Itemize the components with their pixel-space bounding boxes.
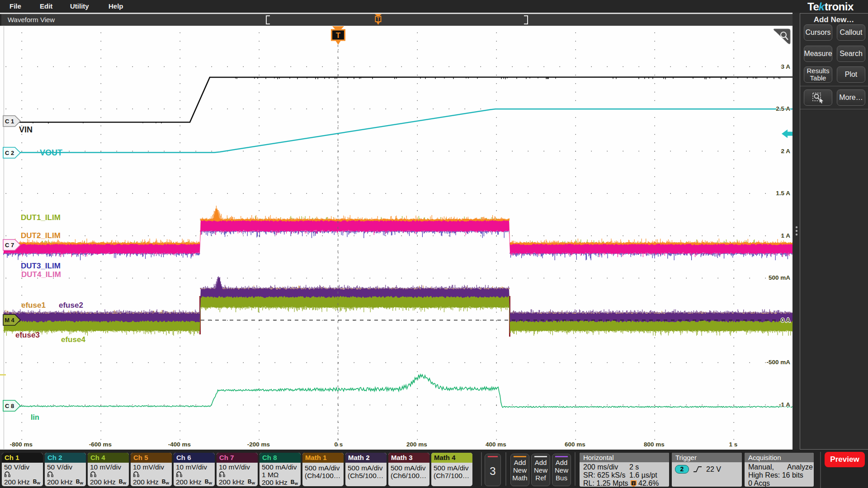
svg-text:efuse2: efuse2: [59, 301, 83, 310]
svg-text:500 mA: 500 mA: [769, 274, 790, 281]
svg-text:2 A: 2 A: [781, 148, 790, 155]
svg-text:C 8: C 8: [5, 403, 14, 409]
svg-text:0 s: 0 s: [335, 441, 343, 448]
svg-text:C 1: C 1: [5, 118, 14, 125]
svg-text:-1 A: -1 A: [779, 401, 790, 408]
svg-text:T: T: [632, 482, 635, 486]
svg-text:VIN: VIN: [19, 125, 33, 134]
svg-text:efuse1: efuse1: [21, 301, 46, 310]
svg-text:600 ms: 600 ms: [565, 441, 585, 448]
svg-text:C 7: C 7: [5, 242, 14, 249]
svg-text:2.5 A: 2.5 A: [776, 105, 790, 112]
svg-text:200 ms: 200 ms: [406, 441, 427, 448]
svg-text:Iin: Iin: [31, 413, 39, 421]
svg-text:1.5 A: 1.5 A: [776, 190, 790, 197]
svg-text:C 2: C 2: [5, 150, 14, 156]
svg-text:-600 ms: -600 ms: [89, 441, 112, 448]
svg-text:400 ms: 400 ms: [486, 441, 506, 448]
svg-text:800 ms: 800 ms: [644, 441, 665, 448]
svg-text:-500 mA: -500 mA: [766, 359, 790, 366]
svg-text:efuse4: efuse4: [61, 335, 85, 344]
svg-text:VOUT: VOUT: [40, 148, 62, 157]
svg-text:1 s: 1 s: [729, 441, 738, 448]
svg-text:3 A: 3 A: [781, 63, 790, 70]
svg-text:DUT4_ILIM: DUT4_ILIM: [21, 270, 61, 279]
svg-text:T: T: [336, 31, 341, 40]
svg-text:DUT2_ILIM: DUT2_ILIM: [21, 231, 61, 240]
svg-text:-800 ms: -800 ms: [10, 441, 33, 448]
svg-text:T: T: [377, 17, 379, 22]
svg-text:1 A: 1 A: [781, 232, 790, 239]
svg-text:M 4: M 4: [5, 317, 14, 324]
svg-text:-400 ms: -400 ms: [168, 441, 191, 448]
svg-text:-200 ms: -200 ms: [247, 441, 270, 448]
svg-text:efuse3: efuse3: [15, 331, 40, 339]
svg-text:DUT1_ILIM: DUT1_ILIM: [21, 213, 61, 222]
svg-text:DUT3_ILIM: DUT3_ILIM: [21, 262, 61, 270]
svg-text:0 A: 0 A: [781, 317, 790, 324]
